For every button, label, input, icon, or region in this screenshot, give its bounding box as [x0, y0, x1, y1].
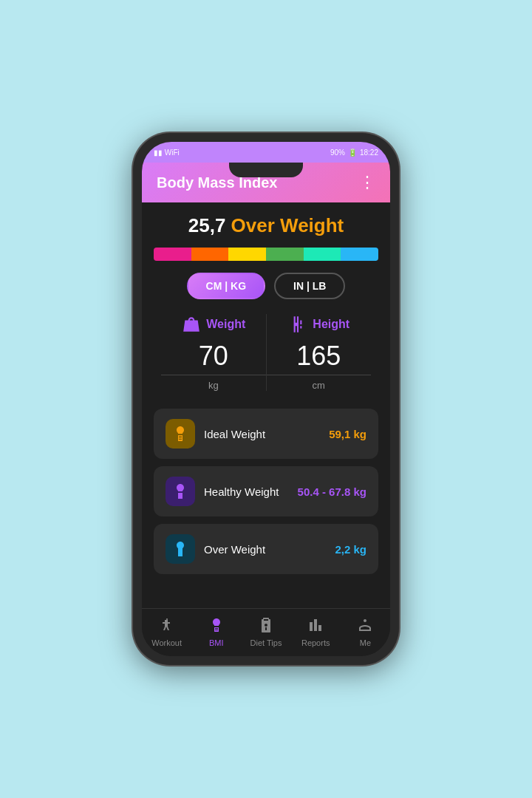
notch [229, 163, 303, 177]
weight-input: Weight 70 kg [161, 314, 266, 391]
ideal-weight-value: 59,1 kg [329, 428, 366, 440]
over-weight-label: Over Weight [204, 543, 265, 556]
bar-obese2 [341, 248, 378, 261]
over-weight-left: Over Weight [166, 534, 265, 564]
bmi-status: Over Weight [231, 214, 344, 236]
menu-button[interactable]: ⋮ [359, 173, 375, 192]
status-signal: ▮▮ WiFi [154, 149, 180, 157]
nav-me-label: Me [360, 638, 371, 647]
height-icon [287, 314, 308, 335]
bar-normal [228, 248, 266, 261]
height-label: Height [313, 318, 349, 331]
bar-low-normal [191, 248, 229, 261]
weight-unit: kg [208, 380, 219, 391]
healthy-weight-value: 50.4 - 67.8 kg [298, 485, 366, 498]
ideal-weight-left: Ideal Weight [166, 419, 265, 449]
ideal-weight-icon-wrap [166, 419, 195, 449]
height-value[interactable]: 165 [296, 341, 341, 372]
bmi-icon [206, 615, 227, 635]
ideal-weight-card[interactable]: Ideal Weight 59,1 kg [154, 409, 378, 459]
nav-workout[interactable]: Workout [142, 615, 191, 647]
metric-button[interactable]: CM | KG [187, 273, 265, 299]
nav-diet-tips[interactable]: Diet Tips [241, 615, 290, 647]
me-icon [355, 615, 375, 635]
nav-bmi[interactable]: BMI [191, 615, 241, 647]
bottom-navigation: Workout BMI Diet Tips [142, 608, 390, 656]
status-bar: ▮▮ WiFi 90% 🔋 18:22 [142, 142, 390, 163]
nav-diet-tips-label: Diet Tips [250, 638, 282, 647]
nav-reports[interactable]: Reports [291, 615, 341, 647]
weight-value[interactable]: 70 [199, 341, 228, 372]
over-weight-value: 2,2 kg [335, 543, 366, 556]
nav-reports-label: Reports [301, 638, 330, 647]
reports-icon [305, 615, 326, 635]
status-time-battery: 90% 🔋 18:22 [330, 149, 378, 157]
phone-frame: ▮▮ WiFi 90% 🔋 18:22 Body Mass Index ⋮ 25… [133, 133, 399, 665]
bmi-display: 25,7 Over Weight [154, 214, 378, 237]
nav-bmi-label: BMI [209, 638, 224, 647]
weight-divider [161, 375, 266, 375]
healthy-weight-label: Healthy Weight [204, 485, 279, 498]
healthy-weight-left: Healthy Weight [166, 477, 279, 506]
height-divider [267, 375, 372, 375]
main-content: 25,7 Over Weight CM | KG IN | LB [142, 202, 390, 608]
ideal-weight-label: Ideal Weight [204, 428, 265, 440]
bmi-number: 25,7 [188, 214, 231, 236]
over-weight-card[interactable]: Over Weight 2,2 kg [154, 524, 378, 574]
workout-icon [157, 615, 177, 635]
bar-obese1 [304, 248, 341, 261]
healthy-weight-card[interactable]: Healthy Weight 50.4 - 67.8 kg [154, 466, 378, 516]
bar-overweight [266, 248, 304, 261]
height-input: Height 165 cm [267, 314, 372, 391]
healthy-weight-icon-wrap [166, 477, 195, 506]
over-weight-icon-wrap [166, 534, 195, 564]
weight-icon [181, 314, 202, 335]
phone-screen: ▮▮ WiFi 90% 🔋 18:22 Body Mass Index ⋮ 25… [142, 142, 390, 656]
bmi-color-bar [154, 248, 378, 261]
imperial-button[interactable]: IN | LB [274, 273, 345, 299]
measurements: Weight 70 kg Height [154, 314, 378, 391]
unit-toggle: CM | KG IN | LB [154, 273, 378, 299]
weight-label: Weight [206, 318, 245, 331]
diet-tips-icon [256, 615, 276, 635]
status-time: 18:22 [360, 149, 378, 157]
height-unit: cm [313, 380, 325, 391]
bar-underweight [154, 248, 191, 261]
nav-workout-label: Workout [151, 638, 182, 647]
nav-me[interactable]: Me [341, 615, 390, 647]
battery-pct: 90% [330, 149, 345, 157]
